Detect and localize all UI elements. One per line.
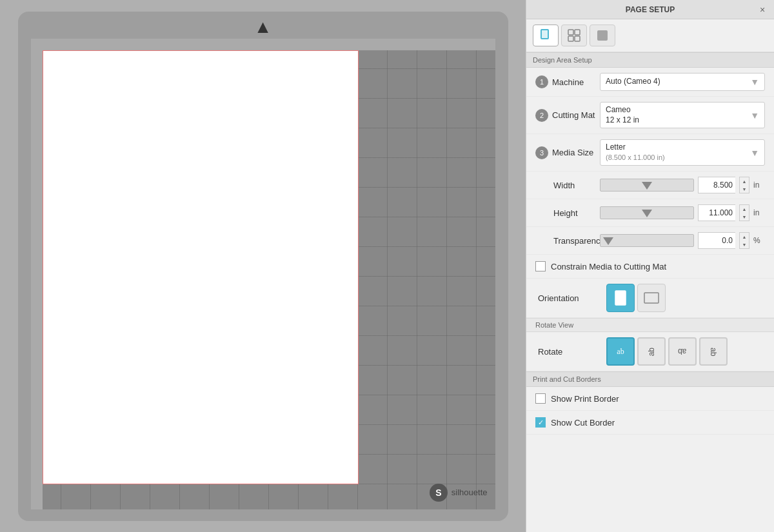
machine-dropdown[interactable]: Auto (Cameo 4) ▼: [600, 73, 765, 91]
orientation-label: Orientation: [535, 293, 606, 303]
cutting-mat-dropdown[interactable]: Cameo 12 x 12 in ▼: [600, 102, 765, 128]
machine-control: Auto (Cameo 4) ▼: [600, 73, 765, 91]
svg-rect-3: [568, 30, 573, 35]
machine-row: 1 Machine Auto (Cameo 4) ▼: [526, 68, 774, 97]
rotate-0-button[interactable]: ab: [606, 337, 635, 366]
tab-row: [526, 19, 774, 52]
white-page: [43, 50, 359, 484]
panel-title: PAGE SETUP: [543, 5, 757, 14]
panel-titlebar: PAGE SETUP ×: [526, 0, 774, 19]
width-label: Width: [535, 181, 600, 190]
cutting-mat: ▲ S silhouette: [18, 12, 508, 521]
height-slider-container: ▲ ▼ in: [600, 204, 765, 221]
step-3-circle: 3: [535, 146, 548, 159]
rotate-label: Rotate: [535, 347, 606, 357]
silhouette-logo: S silhouette: [430, 484, 488, 502]
show-print-border-row: Show Print Border: [526, 387, 774, 411]
width-decrement-button[interactable]: ▼: [740, 185, 749, 193]
machine-label: 1 Machine: [535, 75, 600, 88]
show-cut-border-row: ✓ Show Cut Border: [526, 411, 774, 435]
transparency-slider-thumb-icon: [603, 237, 613, 245]
height-input[interactable]: [698, 204, 735, 221]
height-label: Height: [535, 208, 600, 218]
height-slider-thumb-icon: [642, 210, 652, 217]
constrain-row: Constrain Media to Cutting Mat: [526, 255, 774, 279]
svg-rect-5: [568, 36, 573, 41]
svg-rect-2: [541, 30, 548, 39]
show-cut-border-checkbox[interactable]: ✓: [535, 417, 546, 428]
transparency-input[interactable]: [698, 232, 735, 249]
media-size-row: 3 Media Size Letter (8.500 x 11.000 in) …: [526, 134, 774, 172]
width-increment-button[interactable]: ▲: [740, 177, 749, 185]
rotate-view-subheader: Rotate View: [526, 318, 774, 332]
transparency-row: Transparency ▲ ▼ %: [526, 227, 774, 255]
orientation-row: Orientation: [526, 279, 774, 318]
ruler-top: [31, 39, 495, 50]
cutting-mat-value: Cameo 12 x 12 in: [606, 105, 639, 125]
rotate-0-icon: ab: [617, 347, 624, 357]
portrait-button[interactable]: [606, 284, 635, 312]
show-print-border-checkbox[interactable]: [535, 393, 546, 404]
ruler-left: [31, 50, 43, 509]
mat-inner: S silhouette: [31, 39, 495, 509]
height-decrement-button[interactable]: ▼: [740, 213, 749, 221]
extra-icon: [595, 28, 610, 43]
show-print-border-label: Show Print Border: [551, 394, 619, 404]
transparency-slider[interactable]: [600, 234, 694, 247]
height-unit: in: [753, 208, 765, 217]
rotate-270-button[interactable]: ab: [699, 337, 728, 366]
width-slider[interactable]: [600, 179, 694, 192]
arrow-up-icon: ▲: [254, 18, 272, 36]
height-spinner: ▲ ▼: [739, 204, 749, 221]
canvas-area: ▲ S silhouette: [0, 0, 526, 532]
landscape-icon: [644, 291, 659, 304]
constrain-checkbox[interactable]: [535, 261, 546, 271]
step-2-circle: 2: [535, 109, 548, 122]
width-row: Width ▲ ▼ in: [526, 172, 774, 199]
tab-grid[interactable]: [561, 25, 587, 46]
transparency-increment-button[interactable]: ▲: [740, 233, 749, 241]
rotate-row: Rotate ab ab ab ab: [526, 332, 774, 371]
transparency-slider-container: ▲ ▼ %: [600, 232, 765, 249]
cutting-mat-dropdown-arrow-icon: ▼: [750, 110, 759, 121]
media-size-label: 3 Media Size: [535, 146, 600, 159]
landscape-button[interactable]: [637, 284, 666, 312]
grid-icon: [567, 28, 581, 43]
silhouette-circle-icon: S: [430, 484, 448, 502]
media-size-control: Letter (8.500 x 11.000 in) ▼: [600, 139, 765, 166]
cutting-mat-row: 2 Cutting Mat Cameo 12 x 12 in ▼: [526, 97, 774, 134]
portrait-icon: [614, 290, 627, 306]
svg-rect-7: [597, 30, 608, 41]
width-slider-container: ▲ ▼ in: [600, 177, 765, 193]
cutting-mat-control: Cameo 12 x 12 in ▼: [600, 102, 765, 128]
svg-rect-4: [575, 30, 580, 35]
constrain-label: Constrain Media to Cutting Mat: [551, 262, 666, 271]
cutting-mat-label: 2 Cutting Mat: [535, 109, 600, 122]
width-spinner: ▲ ▼: [739, 177, 749, 193]
transparency-label: Transparency: [535, 236, 600, 246]
silhouette-text: silhouette: [452, 488, 488, 497]
close-button[interactable]: ×: [757, 5, 768, 15]
width-unit: in: [753, 181, 765, 190]
rotate-90-button[interactable]: ab: [637, 337, 666, 366]
svg-rect-9: [644, 293, 659, 303]
transparency-decrement-button[interactable]: ▼: [740, 241, 749, 248]
transparency-unit: %: [753, 236, 765, 245]
svg-rect-8: [615, 291, 626, 305]
width-input[interactable]: [698, 177, 735, 193]
width-slider-thumb-icon: [642, 182, 652, 190]
section-design-header: Design Area Setup: [526, 52, 774, 68]
machine-value: Auto (Cameo 4): [606, 77, 660, 87]
rotate-buttons: ab ab ab ab: [606, 337, 728, 366]
borders-section-header: Print and Cut Borders: [526, 371, 774, 387]
rotate-180-button[interactable]: ab: [668, 337, 697, 366]
height-slider[interactable]: [600, 206, 694, 219]
tab-extra[interactable]: [590, 25, 615, 46]
height-increment-button[interactable]: ▲: [740, 205, 749, 213]
media-size-dropdown[interactable]: Letter (8.500 x 11.000 in) ▼: [600, 139, 765, 166]
tab-page[interactable]: [533, 25, 559, 46]
machine-dropdown-arrow-icon: ▼: [750, 77, 759, 87]
media-size-dropdown-arrow-icon: ▼: [750, 148, 759, 158]
show-cut-border-label: Show Cut Border: [551, 418, 615, 428]
rotate-270-icon: ab: [709, 348, 718, 356]
